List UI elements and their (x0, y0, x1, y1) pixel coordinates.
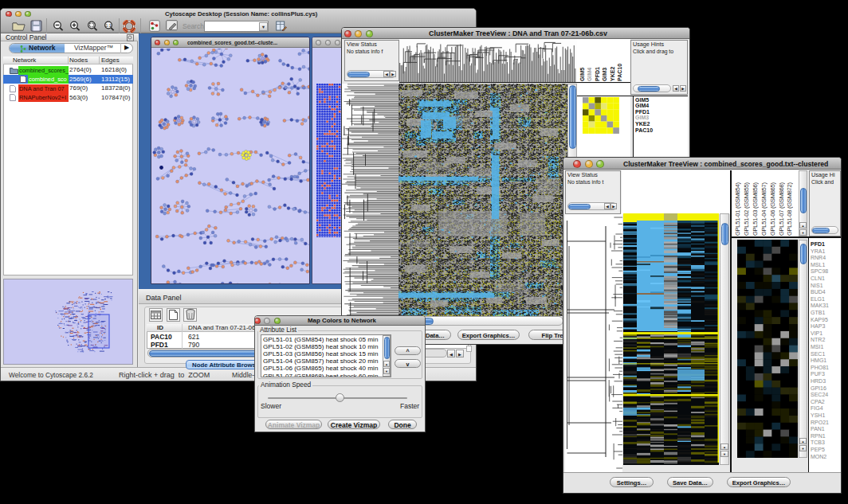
svg-text:1:1: 1:1 (106, 23, 112, 28)
